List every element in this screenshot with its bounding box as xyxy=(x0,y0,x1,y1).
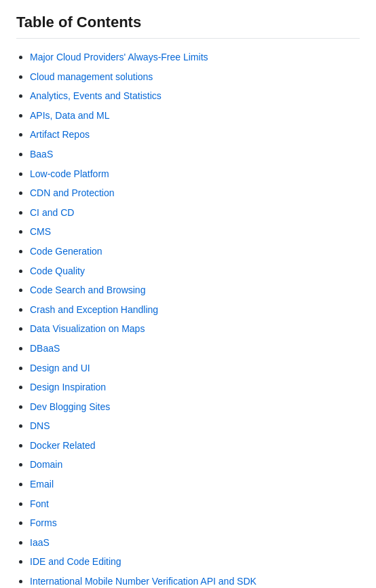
toc-link[interactable]: DBaaS xyxy=(30,343,60,354)
list-item: Crash and Exception Handling xyxy=(30,301,360,318)
list-item: Major Cloud Providers' Always-Free Limit… xyxy=(30,48,360,66)
list-item: Design and UI xyxy=(30,359,360,377)
toc-link[interactable]: Code Generation xyxy=(30,246,102,257)
list-item: Artifact Repos xyxy=(30,126,360,143)
list-item: BaaS xyxy=(30,145,360,163)
list-item: Forms xyxy=(30,514,360,532)
list-item: Low-code Platform xyxy=(30,165,360,183)
toc-link[interactable]: Analytics, Events and Statistics xyxy=(30,90,162,101)
toc-link[interactable]: CMS xyxy=(30,226,51,237)
toc-link[interactable]: DNS xyxy=(30,420,50,431)
list-item: APIs, Data and ML xyxy=(30,107,360,124)
toc-link[interactable]: BaaS xyxy=(30,149,53,160)
toc-link[interactable]: Crash and Exception Handling xyxy=(30,304,158,315)
toc-link[interactable]: Forms xyxy=(30,517,57,528)
toc-link[interactable]: Font xyxy=(30,498,49,509)
toc-link[interactable]: Artifact Repos xyxy=(30,129,90,140)
list-item: IDE and Code Editing xyxy=(30,553,360,570)
toc-link[interactable]: International Mobile Number Verification… xyxy=(30,576,257,587)
toc-link[interactable]: Major Cloud Providers' Always-Free Limit… xyxy=(30,52,208,62)
page-title: Table of Contents xyxy=(16,14,360,39)
list-item: Code Quality xyxy=(30,262,360,280)
toc-link[interactable]: Code Quality xyxy=(30,265,85,276)
toc-link[interactable]: IaaS xyxy=(30,537,50,548)
list-item: Domain xyxy=(30,456,360,473)
list-item: Code Search and Browsing xyxy=(30,281,360,299)
toc-list: Major Cloud Providers' Always-Free Limit… xyxy=(16,48,360,588)
toc-link[interactable]: Design and UI xyxy=(30,363,90,373)
list-item: Font xyxy=(30,495,360,513)
toc-link[interactable]: IDE and Code Editing xyxy=(30,556,121,567)
toc-link[interactable]: CDN and Protection xyxy=(30,187,115,198)
list-item: IaaS xyxy=(30,534,360,551)
list-item: Code Generation xyxy=(30,242,360,260)
toc-link[interactable]: Code Search and Browsing xyxy=(30,284,145,295)
toc-link[interactable]: Email xyxy=(30,479,54,490)
list-item: CI and CD xyxy=(30,204,360,221)
list-item: Dev Blogging Sites xyxy=(30,398,360,416)
toc-link[interactable]: Domain xyxy=(30,459,62,470)
list-item: CDN and Protection xyxy=(30,184,360,202)
toc-link[interactable]: Docker Related xyxy=(30,440,96,451)
toc-link[interactable]: Low-code Platform xyxy=(30,168,109,179)
list-item: DNS xyxy=(30,417,360,435)
list-item: Docker Related xyxy=(30,437,360,454)
list-item: Email xyxy=(30,475,360,493)
list-item: CMS xyxy=(30,223,360,240)
list-item: Data Visualization on Maps xyxy=(30,320,360,337)
toc-link[interactable]: APIs, Data and ML xyxy=(30,110,110,121)
toc-link[interactable]: Data Visualization on Maps xyxy=(30,323,145,334)
list-item: International Mobile Number Verification… xyxy=(30,572,360,588)
list-item: Design Inspiration xyxy=(30,378,360,396)
toc-link[interactable]: Design Inspiration xyxy=(30,382,106,392)
toc-link[interactable]: Dev Blogging Sites xyxy=(30,401,110,412)
list-item: Cloud management solutions xyxy=(30,68,360,86)
toc-link[interactable]: Cloud management solutions xyxy=(30,71,153,82)
toc-link[interactable]: CI and CD xyxy=(30,207,74,218)
list-item: Analytics, Events and Statistics xyxy=(30,87,360,105)
list-item: DBaaS xyxy=(30,339,360,357)
